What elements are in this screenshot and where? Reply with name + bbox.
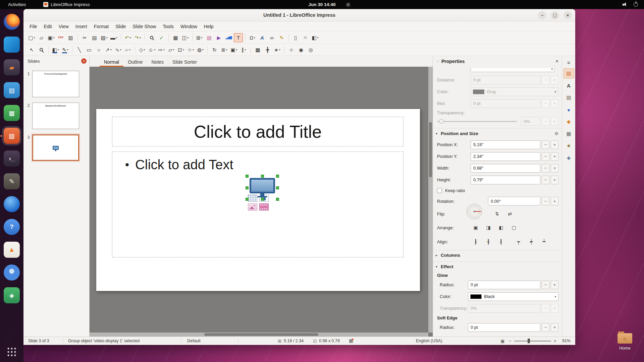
dropdown-arrow-icon[interactable]: ▾ — [53, 36, 55, 39]
tab-navigator[interactable]: ● — [564, 105, 574, 115]
open-icon[interactable]: ▱ — [37, 33, 46, 42]
selection-handle[interactable] — [246, 198, 249, 201]
dock-gimp[interactable]: ✎ — [4, 173, 20, 189]
new-icon[interactable]: ▢▾ — [27, 33, 36, 42]
shadow-color-dropdown[interactable]: Gray ▾ — [471, 87, 558, 96]
menu-format[interactable]: Format — [91, 22, 112, 31]
shadow-transparency-increase-button[interactable]: + — [551, 117, 558, 126]
save-icon[interactable]: ▣▾ — [47, 33, 56, 42]
position-y-increase-button[interactable]: + — [551, 152, 558, 161]
align-center-icon[interactable]: ╂ — [483, 237, 493, 246]
zoom-slider-handle[interactable] — [528, 339, 530, 343]
dropdown-arrow-icon[interactable]: ▾ — [173, 48, 174, 51]
position-x-input[interactable]: 5.19″ — [471, 140, 540, 149]
statusbar-slide-style[interactable]: Default — [181, 339, 238, 343]
position-x-increase-button[interactable]: + — [551, 140, 558, 149]
print-icon[interactable]: ▥ — [66, 33, 75, 42]
zoom-in-button[interactable]: + — [554, 338, 556, 344]
paste-icon[interactable]: ▨▾ — [100, 33, 109, 42]
home-folder-icon[interactable]: ⌂ Home — [614, 331, 635, 351]
zoom-out-button[interactable]: − — [509, 338, 512, 344]
glow-color-dropdown[interactable]: Black ▾ — [468, 292, 558, 301]
curves-polygons-icon[interactable]: ∿▾ — [114, 45, 123, 54]
connectors-icon[interactable]: ⌐▾ — [123, 45, 132, 54]
selected-group-object[interactable] — [247, 176, 278, 199]
dropdown-arrow-icon[interactable]: ▾ — [154, 48, 155, 51]
menu-view[interactable]: View — [55, 22, 72, 31]
flip-vertical-icon[interactable]: ⇅ — [492, 209, 502, 218]
blur-increase-button[interactable]: + — [551, 99, 558, 108]
slide-canvas[interactable]: Click to add Title •Click to add Text — [90, 67, 433, 337]
dropdown-arrow-icon[interactable]: ▾ — [183, 48, 184, 51]
zoom-slider[interactable] — [514, 341, 551, 342]
selection-handle[interactable] — [246, 186, 249, 189]
distance-increase-button[interactable]: + — [551, 76, 558, 84]
properties-close-icon[interactable]: × — [555, 58, 558, 64]
zoom-level[interactable]: 91% — [560, 339, 575, 343]
horizontal-scrollbar[interactable] — [90, 333, 428, 337]
clone-formatting-icon[interactable]: ▬▾ — [109, 33, 118, 42]
draw-functions-icon[interactable]: ✎ — [277, 33, 286, 42]
find-replace-icon[interactable] — [147, 33, 156, 42]
dock-thunderbird[interactable] — [4, 196, 20, 212]
height-decrease-button[interactable]: − — [542, 176, 549, 184]
bring-to-front-icon[interactable]: ▣ — [471, 223, 481, 232]
dropdown-arrow-icon[interactable]: ▾ — [202, 48, 204, 51]
line-color-icon[interactable]: ✎▾ — [61, 45, 70, 54]
slide-editing-area[interactable]: Click to add Title •Click to add Text — [96, 109, 420, 291]
tab-normal[interactable]: Normal — [100, 57, 123, 67]
align-top-icon[interactable]: ┯ — [514, 237, 524, 246]
dock-terminal[interactable]: ›_ — [4, 150, 20, 167]
shadow-icon[interactable]: ▩ — [253, 45, 262, 54]
selection-handle[interactable] — [261, 198, 264, 201]
tab-notes[interactable]: Notes — [147, 57, 168, 67]
cut-icon[interactable]: ✂ — [80, 33, 89, 42]
menu-window[interactable]: Window — [177, 22, 201, 31]
duplicate-slide-icon[interactable]: ▯▯ — [301, 33, 310, 42]
dropdown-arrow-icon[interactable]: ▾ — [116, 36, 117, 39]
vertical-scrollbar-thumb[interactable] — [429, 122, 432, 177]
ellipse-icon[interactable]: ○ — [94, 45, 103, 54]
align-bottom-icon[interactable]: ┷ — [539, 237, 549, 246]
soft-edge-radius-decrease-button[interactable]: − — [542, 323, 549, 332]
tab-shapes[interactable]: ◆ — [564, 117, 574, 127]
show-glue-functions-icon[interactable]: ◎ — [306, 45, 315, 54]
menu-slide-show[interactable]: Slide Show — [129, 22, 159, 31]
height-input[interactable]: 0.79″ — [471, 176, 540, 184]
position-size-settings-icon[interactable]: ⚙ — [554, 131, 558, 136]
hyperlink-icon[interactable]: ∞ — [267, 33, 276, 42]
send-to-back-icon[interactable]: ▢ — [509, 223, 519, 232]
video-display-graphic[interactable] — [250, 178, 275, 193]
dropdown-arrow-icon[interactable]: ▾ — [140, 36, 141, 39]
lines-arrows-icon[interactable]: ↗▾ — [104, 45, 113, 54]
minimize-button[interactable]: − — [538, 11, 546, 19]
soft-edge-radius-increase-button[interactable]: + — [551, 323, 558, 332]
tab-gallery[interactable]: ▧ — [564, 93, 574, 103]
width-input[interactable]: 0.98″ — [471, 164, 540, 173]
tab-slide-sorter[interactable]: Slide Sorter — [168, 57, 201, 67]
3d-objects-icon[interactable]: ◍▾ — [196, 45, 205, 54]
blur-input[interactable]: 0 pt — [471, 99, 540, 108]
horizontal-scrollbar-thumb[interactable] — [204, 333, 318, 336]
keep-ratio-checkbox[interactable] — [437, 188, 442, 193]
slide-list-item[interactable]: 1Front-end Development — [25, 71, 87, 97]
special-character-icon[interactable]: Ω▾ — [248, 33, 257, 42]
distribute-icon[interactable]: ∥▾ — [239, 45, 248, 54]
filter-icon[interactable]: ∗▾ — [273, 45, 282, 54]
align-left-icon[interactable]: ┠ — [471, 237, 481, 246]
dock-software[interactable]: ◈ — [4, 287, 20, 303]
dock-vlc[interactable]: ▲ — [4, 242, 20, 258]
slide-thumbnail[interactable]: Front-end Development — [32, 71, 79, 97]
rotation-decrease-button[interactable]: − — [542, 197, 549, 205]
power-icon[interactable] — [634, 2, 638, 7]
dock-files[interactable]: ▰ — [4, 59, 20, 75]
distance-input[interactable]: 0 pt — [471, 76, 540, 84]
menu-slide[interactable]: Slide — [112, 22, 129, 31]
dock-impress[interactable]: ▧ — [4, 128, 20, 144]
insert-chart-icon[interactable]: ▂▅▇ — [224, 33, 233, 42]
bring-forward-icon[interactable]: ◨ — [483, 223, 493, 232]
new-slide-icon[interactable]: ▯ — [291, 33, 300, 42]
insert-media-placeholder-icon[interactable] — [259, 203, 269, 210]
export-pdf-icon[interactable]: PDF — [56, 33, 65, 42]
symbol-shapes-icon[interactable]: ☺▾ — [147, 45, 156, 54]
